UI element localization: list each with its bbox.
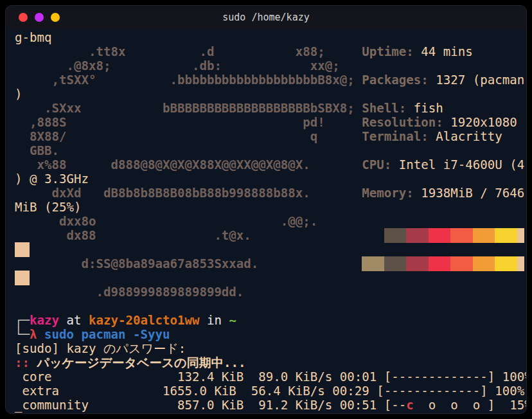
terminal-row: core 132.4 KiB 89.0 KiB/s 00:01 [-------… (15, 370, 526, 384)
prompt-host: kazy-20alcto1ww (89, 313, 199, 328)
palette-block (384, 228, 407, 243)
download-row-community: community 857.0 KiB 91.2 KiB/s 00:51 [-- (22, 398, 407, 413)
prompt-bracket: └─ (15, 327, 30, 342)
text-segment: o o o ] 15% (414, 398, 527, 413)
terminal-row: ,tSXX° .bbbbbbbbbbbbbbbbbbbB8x@; Package… (15, 73, 526, 87)
shell-value: fish (406, 101, 443, 116)
title-bar[interactable]: sudo /home/kazy (6, 6, 526, 29)
palette-block (15, 242, 30, 257)
uptime-label: Uptime: (362, 44, 413, 59)
window-title: sudo /home/kazy (6, 12, 526, 23)
terminal-row: d:SS@8ba89aa67a853Sxxad. (15, 257, 526, 271)
text-segment (325, 115, 362, 130)
terminal-row: [sudo] kazy のパスワード: (15, 342, 526, 356)
palette-block (15, 271, 30, 285)
palette-block (517, 228, 525, 243)
prompt-cwd: ~ (229, 313, 236, 328)
terminal-row: dxXd dB8b8b8B8B08bB88b998888b88x. Memory… (15, 186, 526, 201)
resolution-label: Resolution: (362, 115, 443, 130)
terminal-row: x%88 d888@8@X@X@X88X@@XX@@X@8@X. CPU: In… (15, 158, 526, 172)
sync-status-text: パッケージデータベースの同期中... (37, 355, 246, 370)
text-segment: .SXxx bBBBBBBBBBBBBBBBBBBBbSBX8; (15, 101, 355, 116)
terminal-row: 8X88/ q Terminal: Alacritty (15, 130, 526, 144)
text-segment: ,tSXX° .bbbbbbbbbbbbbbbbbbbB8x@; (15, 73, 355, 87)
cpu-value: Intel i7-4600U (4 (391, 157, 524, 172)
terminal-row (15, 243, 526, 257)
palette-block (495, 228, 517, 243)
terminal-row: ) (15, 87, 526, 102)
palette-block (429, 228, 451, 243)
palette-block (473, 228, 495, 243)
terminal-row: _community 857.0 KiB 91.2 KiB/s 00:51 [-… (15, 398, 526, 413)
text-segment: in (199, 313, 229, 328)
terminal-row: dx88 .t@x. (15, 229, 526, 243)
text-segment: .@8x8; .db: xx@; (15, 58, 340, 73)
terminal-row: └─λ sudo pacman -Syyu (15, 328, 526, 342)
shell-label: Shell: (362, 101, 406, 116)
text-segment (310, 186, 362, 201)
palette-block (406, 228, 429, 243)
text-segment: dxXd dB8b8b8B8B08bB88b998888b88x. (15, 186, 310, 201)
text-segment: ,888S pd! (15, 115, 325, 130)
uptime-value: 44 mins (414, 44, 473, 59)
command-text: sudo pacman -Syyu (37, 327, 170, 342)
palette-block (384, 256, 407, 271)
prompt-lambda: λ (30, 327, 37, 342)
cursor: _ (15, 398, 22, 413)
terminal-row: :: パッケージデータベースの同期中... (15, 356, 526, 370)
terminal-row: .SXxx bBBBBBBBBBBBBBBBBBBBbSBX8; Shell: … (15, 102, 526, 116)
memory-value: 1938MiB / 7646 (414, 186, 524, 201)
terminal-row: MiB (25%) (15, 201, 526, 215)
terminal-row: .@8x8; .db: xx@; (15, 59, 526, 73)
download-row-extra: extra 1655.0 KiB 56.4 KiB/s 00:29 [-----… (15, 384, 524, 398)
packages-value: 1327 (pacman (429, 73, 524, 87)
download-row-core: core 132.4 KiB 89.0 KiB/s 00:01 [-------… (15, 370, 527, 384)
text-segment: 8X88/ q (15, 129, 317, 144)
terminal-row: extra 1655.0 KiB 56.4 KiB/s 00:29 [-----… (15, 384, 526, 398)
terminal-output[interactable]: g-bmq .tt8x .d x88; Uptime: 44 mins .@8x… (6, 29, 526, 413)
text-segment (355, 101, 362, 116)
palette-block (450, 228, 473, 243)
pacman-eater: c (406, 398, 414, 413)
palette-block (473, 256, 495, 271)
text-segment: ) (15, 87, 22, 102)
memory-label: Memory: (362, 186, 413, 201)
palette-block (450, 256, 473, 271)
text-segment: g-bmq (15, 30, 51, 45)
palette-block (406, 256, 429, 271)
terminal-row: GBB. (15, 144, 526, 158)
terminal-row: .d988999889889899dd. (15, 285, 526, 299)
cpu-label: CPU: (362, 157, 391, 172)
prompt-user: kazy (30, 313, 59, 328)
palette-block (495, 256, 517, 271)
terminal-row (15, 299, 526, 314)
terminal-row: dxx8o .@@;. (15, 215, 526, 229)
text-segment (251, 228, 384, 243)
text-segment: ) @ 3.3GHz (15, 172, 89, 186)
text-segment (258, 256, 362, 271)
text-segment (310, 157, 362, 172)
terminal-row: ) @ 3.3GHz (15, 172, 526, 186)
palette-block (429, 256, 451, 271)
text-segment: dx88 .t@x. (15, 228, 251, 243)
text-segment: :: (15, 355, 37, 370)
text-segment (355, 73, 362, 87)
terminal-row: .tt8x .d x88; Uptime: 44 mins (15, 45, 526, 59)
terminal-window: sudo /home/kazy g-bmq .tt8x .d x88; Upti… (5, 5, 527, 414)
terminal-row (15, 271, 526, 285)
text-segment: .d988999889889899dd. (15, 285, 244, 299)
text-segment (325, 44, 362, 59)
palette-block (362, 256, 384, 271)
text-segment: GBB. (15, 143, 59, 158)
sudo-password-prompt: [sudo] kazy のパスワード: (15, 341, 186, 356)
terminal-value: Alacritty (429, 129, 502, 144)
palette-block (517, 256, 525, 271)
text-segment: x%88 d888@8@X@X@X88X@@XX@@X@8@X. (15, 157, 310, 172)
prompt-bracket: ┌─ (15, 313, 30, 328)
terminal-row: ,888S pd! Resolution: 1920x1080 (15, 116, 526, 130)
text-segment (317, 129, 362, 144)
text-segment: at (59, 313, 89, 328)
packages-label: Packages: (362, 73, 428, 87)
resolution-value: 1920x1080 (443, 115, 517, 130)
terminal-label: Terminal: (362, 129, 428, 144)
